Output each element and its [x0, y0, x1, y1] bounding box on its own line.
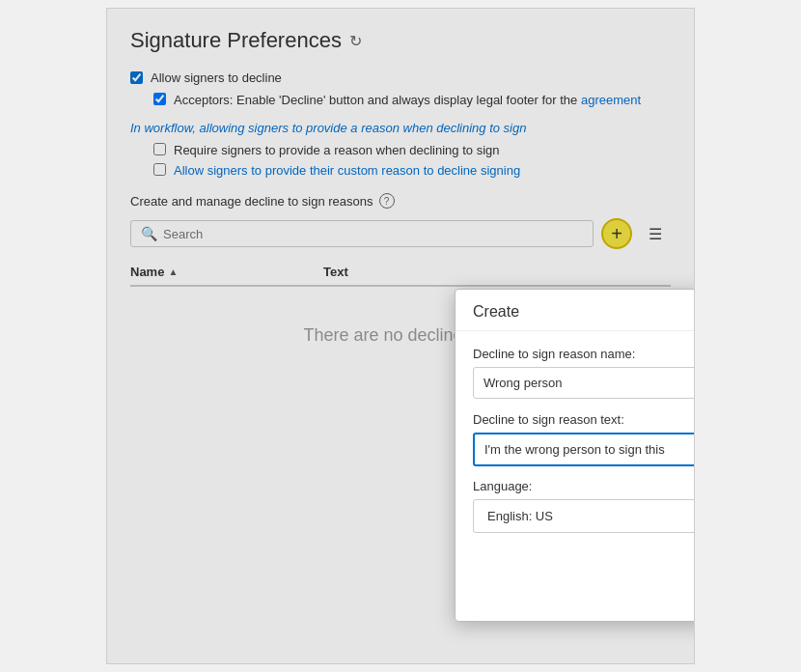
- name-field-label: Decline to sign reason name:: [473, 347, 695, 361]
- text-field-label: Decline to sign reason text:: [473, 412, 695, 427]
- text-field-input[interactable]: [473, 433, 695, 466]
- modal-footer: Cancel Save: [456, 564, 695, 621]
- modal-title: Create: [473, 303, 519, 321]
- modal-body: Decline to sign reason name: Decline to …: [456, 331, 695, 564]
- modal-header: Create ×: [456, 290, 695, 331]
- name-field-input[interactable]: [473, 367, 695, 399]
- language-select[interactable]: English: US English: UK French German Sp…: [473, 499, 695, 533]
- language-label: Language:: [473, 479, 695, 493]
- create-modal: Create × Decline to sign reason name: De…: [455, 289, 695, 622]
- main-panel: Signature Preferences ↻ Allow signers to…: [106, 8, 695, 664]
